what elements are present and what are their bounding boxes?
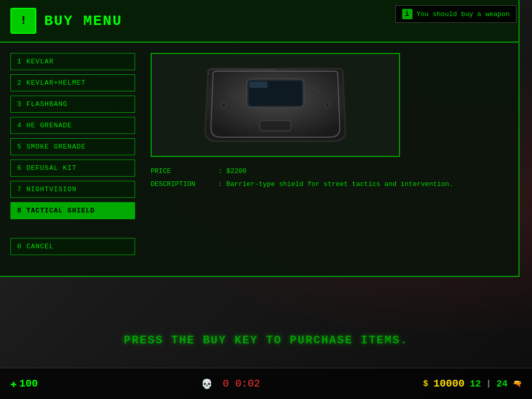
description-label: DESCRIPTION: [151, 180, 213, 188]
menu-item-kevlar[interactable]: 1 KEVLAR: [10, 53, 135, 70]
health-value: 100: [19, 378, 38, 390]
menu-item-tactical-shield[interactable]: 8 TACTICAL SHIELD: [10, 202, 135, 219]
svg-point-4: [325, 102, 330, 108]
hud-health: ✚ 100: [10, 377, 38, 390]
timer-display: 0 0:02: [223, 378, 260, 390]
health-icon: ✚: [10, 377, 17, 390]
menu-item-defusal-kit[interactable]: 6 DEFUSAL KIT: [10, 159, 135, 177]
menu-item-flashbang[interactable]: 3 FLASHBANG: [10, 96, 135, 113]
menu-item-nightvision[interactable]: 7 NIGHTVISION: [10, 181, 135, 198]
ammo-reserve: 24: [496, 379, 508, 389]
description-row: DESCRIPTION : Barrier-type shield for st…: [151, 180, 508, 188]
price-label: PRICE: [151, 167, 213, 175]
menu-item-smoke-grenade[interactable]: 5 SMOKE GRENADE: [10, 138, 135, 155]
price-value: : $2200: [218, 167, 247, 175]
buy-menu-title: Buy menu: [44, 13, 122, 29]
buy-menu-panel: ! Buy menu 1 KEVLAR 2 KEVLAR+HELMET 3 FL…: [0, 0, 520, 277]
shield-image: [197, 63, 353, 147]
svg-rect-5: [260, 121, 291, 131]
notification-icon: i: [402, 9, 413, 19]
item-image: [151, 53, 400, 157]
weapon-icon: 🔫: [513, 379, 522, 388]
price-row: PRICE : $2200: [151, 167, 508, 175]
skull-icon: 💀: [201, 378, 212, 390]
buy-menu-icon: !: [10, 8, 36, 34]
ammo-mag: 12: [470, 379, 481, 389]
menu-item-cancel[interactable]: 0 CANCEL: [10, 238, 135, 255]
menu-item-kevlar-helmet[interactable]: 2 KEVLAR+HELMET: [10, 74, 135, 91]
item-detail-panel: PRICE : $2200 DESCRIPTION : Barrier-type…: [151, 53, 508, 255]
menu-item-he-grenade[interactable]: 4 HE GRENADE: [10, 117, 135, 134]
notification-bar: i You should buy a weapon: [395, 5, 516, 23]
ammo-separator: |: [486, 379, 491, 389]
money-icon: $: [423, 379, 429, 389]
buy-menu-content: 1 KEVLAR 2 KEVLAR+HELMET 3 FLASHBANG 4 H…: [0, 43, 518, 265]
timer-value: 0:02: [235, 378, 260, 390]
svg-rect-2: [249, 82, 268, 88]
notification-text: You should buy a weapon: [417, 10, 510, 18]
description-value: : Barrier-type shield for street tactics…: [218, 180, 453, 188]
money-value: 10000: [433, 378, 464, 390]
kills-count: 0: [223, 378, 229, 390]
item-info: PRICE : $2200 DESCRIPTION : Barrier-type…: [151, 165, 508, 196]
svg-point-3: [221, 102, 226, 108]
menu-items-list: 1 KEVLAR 2 KEVLAR+HELMET 3 FLASHBANG 4 H…: [10, 53, 135, 255]
menu-spacer: [10, 223, 135, 234]
buy-key-message: Press the BUY key to purchase items.: [124, 334, 408, 347]
hud-right: $ 10000 12 | 24 🔫: [423, 378, 522, 390]
hud-bottom: ✚ 100 💀 0 0:02 $ 10000 12 | 24 🔫: [0, 368, 532, 399]
